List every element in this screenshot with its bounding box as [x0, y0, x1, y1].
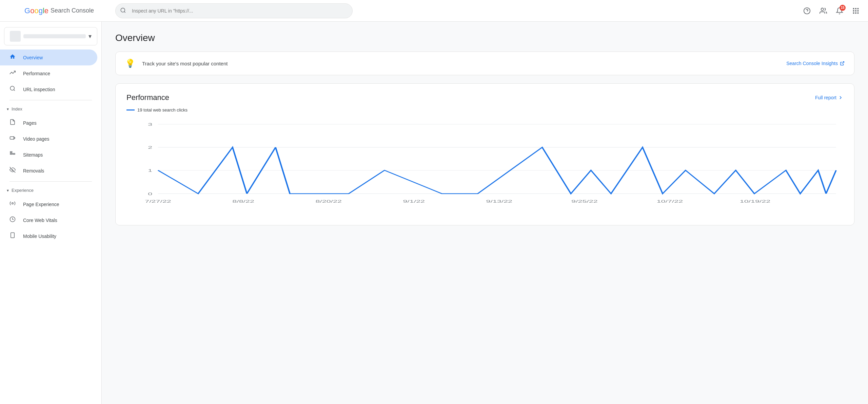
video-pages-icon	[9, 135, 16, 143]
svg-rect-9	[855, 10, 856, 12]
experience-collapse-icon: ▾	[7, 188, 9, 193]
hamburger-button[interactable]	[5, 4, 19, 18]
insight-banner: 💡 Track your site's most popular content…	[115, 52, 854, 75]
sitemaps-label: Sitemaps	[23, 152, 43, 158]
logo-o1: o	[30, 6, 34, 15]
core-web-vitals-label: Core Web Vitals	[23, 218, 57, 223]
notification-badge: 15	[840, 5, 846, 11]
apps-icon	[852, 7, 860, 15]
app-header: Google Search Console	[0, 0, 868, 22]
chevron-right-icon	[838, 95, 843, 100]
logo-g2: g	[39, 6, 43, 15]
main-content: Overview 💡 Track your site's most popula…	[102, 22, 868, 404]
logo-area: Google Search Console	[24, 6, 94, 15]
svg-text:8/8/22: 8/8/22	[232, 199, 254, 203]
help-button[interactable]	[800, 4, 814, 18]
lightbulb-icon: 💡	[125, 59, 135, 68]
sidebar-item-removals[interactable]: Removals	[0, 163, 97, 179]
index-section-header[interactable]: ▾ Index	[0, 103, 101, 115]
svg-text:10/19/22: 10/19/22	[740, 199, 770, 203]
header-right: 15	[800, 4, 863, 18]
full-report-link[interactable]: Full report	[815, 95, 843, 100]
performance-chart: 3 2 1 0 7/27/22 8/8/22 8/20/22 9/1/22 9/…	[126, 121, 843, 216]
card-header: Performance Full report	[126, 93, 843, 102]
account-button[interactable]	[816, 4, 830, 18]
experience-section-label: Experience	[12, 188, 34, 193]
page-experience-label: Page Experience	[23, 202, 59, 207]
sidebar-item-video-pages[interactable]: Video pages	[0, 131, 97, 147]
svg-text:0: 0	[148, 191, 152, 196]
svg-text:2: 2	[148, 145, 152, 149]
trending-up-icon	[9, 69, 16, 77]
svg-line-15	[14, 89, 15, 90]
page-title: Overview	[115, 33, 854, 43]
svg-rect-5	[853, 8, 854, 9]
svg-rect-11	[853, 12, 854, 14]
logo-g: G	[24, 6, 30, 15]
sidebar-item-core-web-vitals[interactable]: Core Web Vitals	[0, 212, 97, 228]
svg-line-28	[842, 62, 844, 64]
svg-rect-6	[855, 8, 856, 9]
search-console-insights-link[interactable]: Search Console Insights	[786, 61, 845, 66]
product-name: Search Console	[51, 7, 94, 14]
removals-icon	[9, 167, 16, 175]
sidebar-item-performance[interactable]: Performance	[0, 65, 97, 81]
core-web-vitals-icon	[9, 216, 16, 224]
notifications-button[interactable]: 15	[833, 4, 846, 18]
svg-text:3: 3	[148, 122, 152, 126]
svg-rect-18	[10, 152, 12, 153]
apps-button[interactable]	[849, 4, 863, 18]
chart-legend: 19 total web search clicks	[126, 107, 843, 113]
sidebar-nav: Overview Performance URL inspection ▾	[0, 48, 101, 245]
sitemaps-icon	[9, 151, 16, 159]
property-icon	[10, 31, 21, 42]
sidebar-item-url-inspection[interactable]: URL inspection	[0, 81, 97, 97]
svg-point-0	[121, 8, 125, 12]
svg-rect-10	[857, 10, 859, 12]
svg-text:7/27/22: 7/27/22	[145, 199, 171, 203]
full-report-text: Full report	[815, 95, 836, 100]
legend-label: 19 total web search clicks	[137, 107, 188, 113]
svg-rect-8	[853, 10, 854, 12]
svg-rect-20	[13, 154, 15, 155]
svg-rect-13	[857, 12, 859, 14]
header-left: Google Search Console	[5, 4, 107, 18]
removals-label: Removals	[23, 168, 44, 174]
property-name-text	[23, 34, 86, 38]
url-inspection-label: URL inspection	[23, 87, 55, 92]
svg-rect-7	[857, 8, 859, 9]
svg-text:9/1/22: 9/1/22	[403, 199, 425, 203]
svg-text:9/13/22: 9/13/22	[486, 199, 513, 203]
svg-rect-12	[855, 12, 856, 14]
main-layout: ▾ Overview Performance	[0, 22, 868, 404]
sidebar-item-pages[interactable]: Pages	[0, 115, 97, 131]
property-selector[interactable]: ▾	[4, 27, 97, 45]
sidebar: ▾ Overview Performance	[0, 22, 102, 404]
url-search-icon	[9, 85, 16, 93]
experience-section-header[interactable]: ▾ Experience	[0, 184, 101, 196]
page-experience-icon	[9, 200, 16, 208]
svg-point-4	[821, 8, 824, 10]
performance-card-title: Performance	[126, 93, 169, 102]
url-inspect-input[interactable]	[115, 3, 353, 18]
sidebar-item-sitemaps[interactable]: Sitemaps	[0, 147, 97, 163]
google-wordmark: Google	[24, 6, 48, 15]
home-icon	[9, 54, 16, 61]
help-icon	[803, 7, 811, 15]
video-pages-label: Video pages	[23, 136, 50, 142]
sidebar-item-overview[interactable]: Overview	[0, 49, 97, 65]
performance-card: Performance Full report 19 total web sea…	[115, 83, 854, 225]
external-link-icon	[840, 61, 845, 66]
performance-label: Performance	[23, 71, 50, 76]
sidebar-item-mobile-usability[interactable]: Mobile Usability	[0, 228, 97, 244]
svg-text:8/20/22: 8/20/22	[315, 199, 342, 203]
overview-label: Overview	[23, 55, 43, 60]
logo-o2: o	[34, 6, 38, 15]
insights-link-text: Search Console Insights	[786, 61, 838, 66]
svg-point-14	[10, 86, 14, 90]
search-bar-wrapper	[115, 3, 353, 18]
svg-point-24	[12, 203, 14, 204]
svg-rect-16	[10, 137, 14, 139]
sidebar-item-page-experience[interactable]: Page Experience	[0, 196, 97, 212]
account-icon	[820, 7, 827, 15]
